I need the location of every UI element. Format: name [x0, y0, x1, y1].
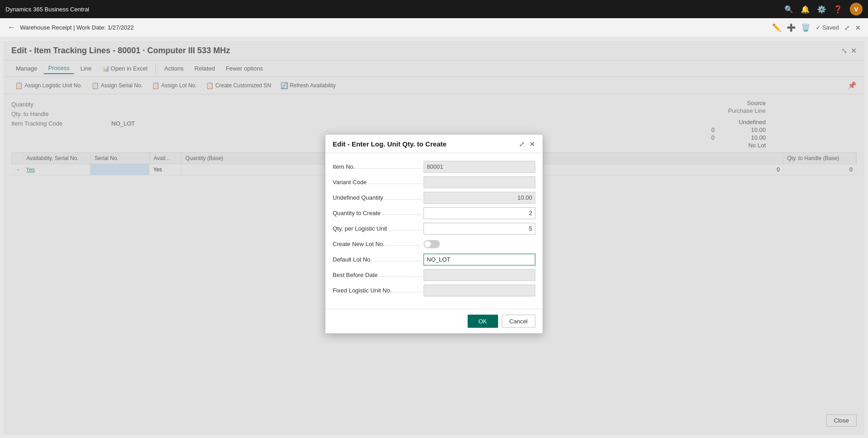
delete-icon[interactable]: 🗑️: [801, 23, 810, 32]
modal-title: Edit - Enter Log. Unit Qty. to Create: [333, 140, 519, 148]
field-item-no: Item No.: [333, 160, 535, 173]
modal-form-body: Item No. Variant Code Undefined Quantity: [325, 153, 543, 303]
modal-close-icon[interactable]: ✕: [529, 140, 535, 148]
create-new-lot-label: Create New Lot No.: [333, 241, 384, 247]
qty-to-create-label: Quantity to Create: [333, 210, 381, 216]
ok-button[interactable]: OK: [468, 314, 498, 327]
modal-header: Edit - Enter Log. Unit Qty. to Create ⤢ …: [325, 134, 543, 153]
qty-per-logistic-label: Qty. per Logistic Unit: [333, 225, 387, 232]
item-no-label: Item No.: [333, 163, 355, 170]
top-bar-icons: 🔍 🔔 ⚙️ ❓ V: [784, 3, 863, 15]
notification-icon[interactable]: 🔔: [801, 5, 810, 14]
maximize-icon[interactable]: ✕: [855, 24, 861, 31]
undefined-qty-label-container: Undefined Quantity: [333, 194, 424, 201]
variant-code-label: Variant Code: [333, 179, 367, 186]
best-before-date-label: Best Before Date: [333, 272, 378, 278]
modal-footer: OK Cancel: [325, 309, 543, 333]
create-new-lot-toggle-container: [424, 240, 440, 248]
variant-code-label-container: Variant Code: [333, 179, 424, 186]
page-area: Edit - Item Tracking Lines - 80001 · Com…: [4, 41, 864, 434]
settings-icon[interactable]: ⚙️: [817, 5, 826, 14]
field-variant-code: Variant Code: [333, 176, 535, 188]
app-title: Dynamics 365 Business Central: [5, 6, 89, 13]
default-lot-no-input[interactable]: [424, 253, 535, 265]
breadcrumb-actions: ✏️ ➕ 🗑️ ✓ Saved ⤢ ✕: [772, 23, 861, 32]
default-lot-no-label-container: Default Lot No.: [333, 256, 424, 263]
field-fixed-logistic-unit: Fixed Logistic Unit No.: [333, 284, 535, 297]
top-bar: Dynamics 365 Business Central 🔍 🔔 ⚙️ ❓ V: [0, 0, 868, 18]
breadcrumb-bar: ← Warehouse Receipt | Work Date: 1/27/20…: [0, 18, 868, 37]
qty-per-logistic-label-container: Qty. per Logistic Unit: [333, 225, 424, 232]
create-new-lot-label-container: Create New Lot No.: [333, 241, 424, 247]
field-qty-to-create: Quantity to Create: [333, 206, 535, 219]
best-before-date-input: [424, 269, 535, 281]
fixed-logistic-unit-label-container: Fixed Logistic Unit No.: [333, 287, 424, 294]
qty-per-logistic-input[interactable]: [424, 222, 535, 234]
best-before-date-label-container: Best Before Date: [333, 272, 424, 278]
field-qty-per-logistic: Qty. per Logistic Unit: [333, 222, 535, 235]
qty-to-create-input[interactable]: [424, 207, 535, 219]
modal-header-icons: ⤢ ✕: [519, 140, 535, 148]
user-avatar[interactable]: V: [850, 3, 863, 15]
field-default-lot-no: Default Lot No.: [333, 253, 535, 266]
create-new-lot-toggle[interactable]: [424, 240, 440, 248]
add-icon[interactable]: ➕: [787, 23, 796, 32]
saved-status: ✓ Saved: [816, 24, 839, 31]
field-best-before-date: Best Before Date: [333, 268, 535, 281]
cancel-button[interactable]: Cancel: [502, 314, 535, 327]
modal-dialog: Edit - Enter Log. Unit Qty. to Create ⤢ …: [325, 134, 543, 333]
variant-code-input: [424, 176, 535, 188]
field-undefined-qty: Undefined Quantity: [333, 191, 535, 204]
help-icon[interactable]: ❓: [833, 5, 843, 14]
undefined-qty-label: Undefined Quantity: [333, 194, 383, 201]
fixed-logistic-unit-input: [424, 284, 535, 296]
undefined-qty-input: [424, 191, 535, 203]
qty-to-create-label-container: Quantity to Create: [333, 210, 424, 216]
field-create-new-lot: Create New Lot No.: [333, 237, 535, 250]
modal-expand-icon[interactable]: ⤢: [519, 140, 525, 148]
item-no-input: [424, 161, 535, 172]
fixed-logistic-unit-label: Fixed Logistic Unit No.: [333, 287, 392, 294]
toggle-knob: [424, 241, 431, 247]
item-no-label-container: Item No.: [333, 163, 424, 170]
back-button[interactable]: ←: [7, 23, 15, 32]
expand-icon[interactable]: ⤢: [844, 24, 850, 31]
breadcrumb: Warehouse Receipt | Work Date: 1/27/2022: [20, 24, 134, 31]
search-icon[interactable]: 🔍: [784, 5, 793, 14]
edit-icon[interactable]: ✏️: [772, 23, 781, 32]
default-lot-no-label: Default Lot No.: [333, 256, 372, 263]
